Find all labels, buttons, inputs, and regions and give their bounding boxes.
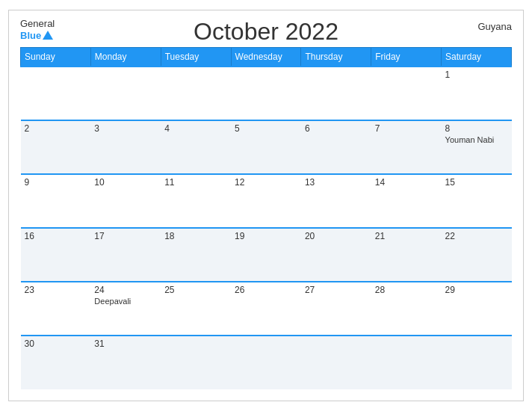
day-number: 5 bbox=[235, 123, 297, 134]
day-number: 8 bbox=[445, 123, 508, 134]
calendar-cell: 10 bbox=[90, 174, 161, 228]
logo-triangle-icon bbox=[43, 31, 53, 40]
day-number: 10 bbox=[94, 177, 157, 188]
weekday-header-row: Sunday Monday Tuesday Wednesday Thursday… bbox=[21, 48, 512, 67]
calendar-cell bbox=[21, 67, 91, 120]
day-number: 29 bbox=[445, 285, 508, 295]
calendar-cell: 9 bbox=[21, 174, 91, 228]
calendar-cell: 5 bbox=[231, 120, 301, 174]
day-number: 23 bbox=[25, 285, 87, 295]
calendar-cell: 30 bbox=[21, 336, 91, 389]
day-number: 14 bbox=[375, 177, 438, 188]
header-friday: Friday bbox=[371, 48, 442, 67]
calendar-cell: 13 bbox=[301, 174, 371, 228]
day-number: 13 bbox=[305, 177, 368, 188]
logo-general-text: General bbox=[20, 18, 55, 30]
calendar-cell: 21 bbox=[371, 228, 442, 282]
calendar-cell: 17 bbox=[90, 228, 161, 282]
calendar-cell bbox=[371, 67, 442, 120]
day-number: 15 bbox=[445, 177, 508, 188]
header-thursday: Thursday bbox=[301, 48, 371, 67]
day-number: 9 bbox=[25, 177, 87, 188]
header-wednesday: Wednesday bbox=[231, 48, 301, 67]
calendar-week-row: 1 bbox=[21, 67, 512, 120]
calendar-cell: 6 bbox=[301, 120, 371, 174]
day-number: 2 bbox=[25, 123, 87, 134]
day-number: 26 bbox=[235, 285, 297, 295]
calendar-cell bbox=[371, 336, 442, 389]
day-number: 20 bbox=[305, 231, 368, 241]
logo-blue-text: Blue bbox=[20, 30, 53, 42]
day-number: 11 bbox=[164, 177, 227, 188]
calendar-cell: 22 bbox=[442, 228, 512, 282]
calendar-cell: 28 bbox=[371, 282, 442, 336]
calendar-cell: 31 bbox=[90, 336, 161, 389]
calendar-cell: 16 bbox=[21, 228, 91, 282]
header-tuesday: Tuesday bbox=[161, 48, 231, 67]
day-number: 25 bbox=[164, 285, 227, 295]
calendar-week-row: 3031 bbox=[21, 336, 512, 389]
day-number: 19 bbox=[235, 231, 297, 241]
header-sunday: Sunday bbox=[21, 48, 91, 67]
calendar-week-row: 16171819202122 bbox=[21, 228, 512, 282]
calendar-cell: 20 bbox=[301, 228, 371, 282]
day-number: 3 bbox=[94, 123, 157, 134]
calendar-cell: 24Deepavali bbox=[90, 282, 161, 336]
day-number: 18 bbox=[164, 231, 227, 241]
calendar-grid: Sunday Monday Tuesday Wednesday Thursday… bbox=[20, 47, 512, 389]
calendar-cell bbox=[161, 336, 231, 389]
calendar-cell: 2 bbox=[21, 120, 91, 174]
day-number: 12 bbox=[235, 177, 297, 188]
day-number: 4 bbox=[164, 123, 227, 134]
calendar-container: General Blue October 2022 Guyana Sunday … bbox=[8, 10, 524, 401]
calendar-cell: 18 bbox=[161, 228, 231, 282]
calendar-cell: 12 bbox=[231, 174, 301, 228]
day-number: 21 bbox=[375, 231, 438, 241]
calendar-cell: 14 bbox=[371, 174, 442, 228]
calendar-title: October 2022 bbox=[194, 18, 338, 46]
day-number: 30 bbox=[25, 339, 87, 349]
calendar-cell: 1 bbox=[442, 67, 512, 120]
day-number: 7 bbox=[375, 123, 438, 134]
calendar-cell: 29 bbox=[442, 282, 512, 336]
day-number: 22 bbox=[445, 231, 508, 241]
day-number: 1 bbox=[445, 69, 508, 80]
calendar-cell bbox=[161, 67, 231, 120]
logo: General Blue bbox=[20, 18, 55, 41]
holiday-name: Deepavali bbox=[94, 297, 157, 306]
calendar-cell: 8Youman Nabi bbox=[442, 120, 512, 174]
day-number: 27 bbox=[305, 285, 368, 295]
calendar-cell: 25 bbox=[161, 282, 231, 336]
calendar-cell bbox=[301, 67, 371, 120]
calendar-cell: 11 bbox=[161, 174, 231, 228]
calendar-cell: 15 bbox=[442, 174, 512, 228]
calendar-cell: 23 bbox=[21, 282, 91, 336]
calendar-cell bbox=[231, 336, 301, 389]
calendar-cell: 3 bbox=[90, 120, 161, 174]
calendar-header: General Blue October 2022 Guyana bbox=[20, 18, 512, 41]
calendar-cell bbox=[301, 336, 371, 389]
day-number: 6 bbox=[305, 123, 368, 134]
calendar-cell: 4 bbox=[161, 120, 231, 174]
header-saturday: Saturday bbox=[442, 48, 512, 67]
day-number: 16 bbox=[25, 231, 87, 241]
day-number: 28 bbox=[375, 285, 438, 295]
holiday-name: Youman Nabi bbox=[445, 135, 508, 144]
header-monday: Monday bbox=[90, 48, 161, 67]
day-number: 17 bbox=[94, 231, 157, 241]
calendar-cell bbox=[90, 67, 161, 120]
calendar-cell: 19 bbox=[231, 228, 301, 282]
calendar-week-row: 9101112131415 bbox=[21, 174, 512, 228]
country-name: Guyana bbox=[477, 21, 512, 32]
calendar-cell: 26 bbox=[231, 282, 301, 336]
calendar-cell bbox=[231, 67, 301, 120]
calendar-cell: 27 bbox=[301, 282, 371, 336]
calendar-week-row: 2345678Youman Nabi bbox=[21, 120, 512, 174]
calendar-cell bbox=[442, 336, 512, 389]
calendar-cell: 7 bbox=[371, 120, 442, 174]
calendar-week-row: 2324Deepavali2526272829 bbox=[21, 282, 512, 336]
day-number: 31 bbox=[94, 339, 157, 349]
day-number: 24 bbox=[94, 285, 157, 295]
